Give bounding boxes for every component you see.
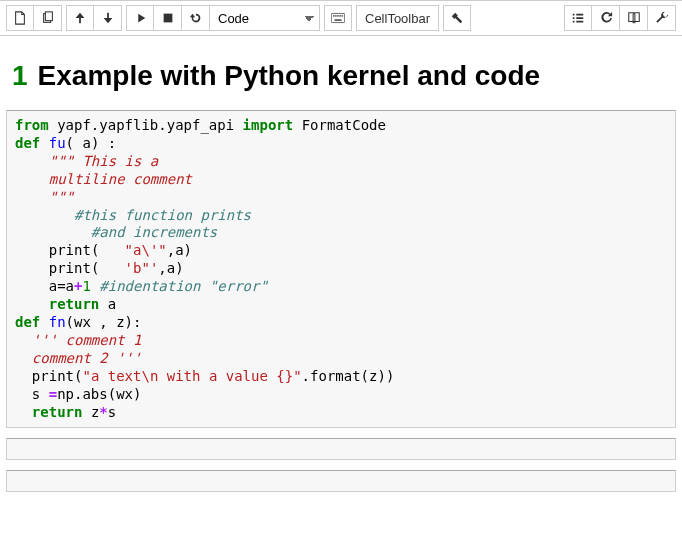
code-cell[interactable]: from yapf.yapflib.yapf_api import Format… — [6, 110, 676, 428]
empty-cell-1[interactable] — [6, 438, 676, 460]
keyboard-button[interactable] — [324, 5, 352, 31]
code-block: from yapf.yapflib.yapf_api import Format… — [15, 117, 667, 421]
move-up-button[interactable] — [66, 5, 94, 31]
svg-rect-5 — [335, 15, 336, 16]
celltoolbar-button[interactable]: CellToolbar — [356, 5, 439, 31]
empty-cell-2[interactable] — [6, 470, 676, 492]
book-button[interactable] — [620, 5, 648, 31]
stop-button[interactable] — [154, 5, 182, 31]
hammer-button[interactable] — [443, 5, 471, 31]
insert-below-button[interactable] — [6, 5, 34, 31]
copy-button[interactable] — [34, 5, 62, 31]
restart-button[interactable] — [182, 5, 210, 31]
toolbar: Code CellToolbar — [0, 0, 682, 36]
page-title: 1Example with Python kernel and code — [12, 60, 670, 92]
svg-rect-6 — [337, 15, 338, 16]
notebook-content: 1Example with Python kernel and code fro… — [0, 36, 682, 512]
svg-rect-9 — [335, 19, 342, 20]
svg-rect-4 — [333, 15, 334, 16]
list-button[interactable] — [564, 5, 592, 31]
refresh-button[interactable] — [592, 5, 620, 31]
celltype-select[interactable]: Code — [210, 5, 320, 31]
move-down-button[interactable] — [94, 5, 122, 31]
svg-rect-8 — [342, 15, 343, 16]
heading-number: 1 — [12, 60, 28, 91]
svg-rect-2 — [163, 14, 172, 23]
heading-text: Example with Python kernel and code — [38, 60, 541, 91]
svg-rect-1 — [45, 12, 52, 21]
wrench-button[interactable] — [648, 5, 676, 31]
svg-rect-3 — [331, 13, 344, 22]
run-button[interactable] — [126, 5, 154, 31]
svg-rect-7 — [339, 15, 340, 16]
